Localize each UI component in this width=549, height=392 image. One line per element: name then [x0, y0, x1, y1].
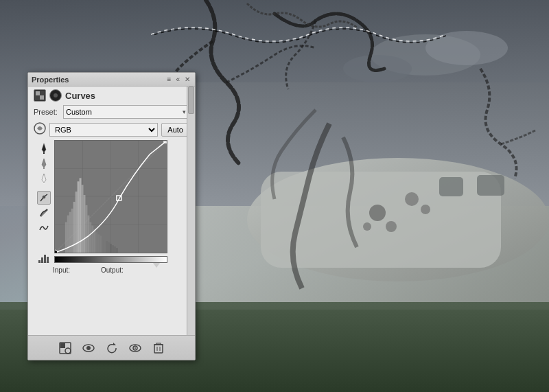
panel-controls: ≡ « ✕ — [166, 76, 191, 83]
svg-rect-53 — [100, 235, 102, 253]
panel-title: Properties — [32, 76, 69, 84]
svg-rect-20 — [43, 152, 45, 154]
channel-icon — [34, 122, 46, 137]
svg-rect-15 — [36, 91, 40, 95]
properties-panel: Properties ≡ « ✕ Curves — [27, 72, 196, 360]
auto-button[interactable]: Auto — [161, 123, 189, 137]
svg-point-70 — [86, 346, 91, 350]
svg-rect-46 — [85, 205, 87, 253]
add-mask-button[interactable] — [58, 341, 73, 356]
output-label: Output: — [101, 266, 142, 274]
scrollbar-thumb[interactable] — [188, 87, 194, 114]
eyedropper-gray-tool[interactable] — [37, 157, 51, 170]
svg-rect-51 — [95, 232, 97, 253]
gradient-slider[interactable] — [54, 256, 167, 263]
smooth-curve-tool[interactable] — [37, 221, 51, 235]
panel-collapse-button[interactable]: « — [174, 76, 181, 83]
curves-graph — [54, 140, 186, 265]
svg-rect-50 — [93, 229, 95, 253]
slider-triangle — [153, 263, 160, 268]
input-label: Input: — [53, 266, 94, 274]
svg-point-68 — [65, 348, 71, 354]
svg-rect-57 — [108, 242, 110, 253]
channel-dropdown[interactable]: RGB Red Green Blue — [49, 123, 158, 137]
svg-rect-67 — [60, 343, 65, 348]
reset-button[interactable] — [104, 341, 119, 356]
graph-container[interactable] — [54, 140, 167, 253]
svg-rect-59 — [112, 245, 114, 253]
svg-rect-16 — [40, 95, 44, 100]
channel-row: RGB Red Green Blue Auto — [34, 122, 189, 137]
delete-button[interactable] — [151, 341, 166, 356]
tools-and-graph — [34, 140, 189, 265]
svg-rect-44 — [82, 185, 84, 253]
view-button[interactable] — [128, 341, 143, 356]
histogram-tool[interactable] — [37, 251, 51, 265]
svg-rect-75 — [154, 345, 163, 353]
preset-dropdown[interactable]: Default Custom Linear Contrast Medium Co… — [63, 105, 189, 119]
edit-points-tool[interactable] — [37, 191, 51, 205]
panel-close-button[interactable]: ✕ — [183, 76, 191, 83]
graph-grid-svg — [55, 141, 167, 253]
bottom-toolbar — [28, 335, 195, 360]
svg-point-23 — [43, 196, 45, 198]
panel-menu-icon[interactable]: ≡ — [166, 76, 173, 83]
svg-marker-71 — [113, 343, 116, 345]
gradient-row — [54, 255, 186, 263]
svg-rect-60 — [114, 246, 116, 253]
tools-column — [37, 140, 52, 265]
svg-rect-22 — [43, 183, 45, 184]
panel-titlebar: Properties ≡ « ✕ — [28, 73, 195, 87]
layer-mask-icon — [49, 89, 62, 102]
svg-point-18 — [54, 93, 58, 97]
svg-rect-56 — [106, 241, 108, 253]
preset-row: Preset: Default Custom Linear Contrast M… — [34, 105, 189, 119]
input-output-row: Input: Output: — [34, 265, 189, 277]
curves-title: Curves — [65, 91, 95, 101]
tool-separator2 — [37, 236, 52, 250]
adjustment-layer-icon — [34, 89, 46, 102]
svg-rect-52 — [97, 234, 100, 253]
draw-curve-tool[interactable] — [37, 206, 51, 220]
eyedropper-white-tool[interactable] — [37, 172, 51, 185]
panel-scrollbar[interactable] — [187, 87, 195, 335]
svg-rect-49 — [91, 225, 93, 253]
svg-rect-21 — [43, 168, 45, 169]
svg-rect-55 — [104, 239, 106, 253]
curves-section: Curves Preset: Default Custom Linear Con… — [28, 87, 195, 280]
svg-rect-26 — [44, 255, 46, 263]
eyedropper-black-tool[interactable] — [37, 141, 51, 155]
svg-rect-58 — [110, 244, 112, 253]
preset-label: Preset: — [34, 108, 60, 116]
visibility-button[interactable] — [81, 341, 96, 356]
svg-rect-27 — [47, 257, 49, 263]
svg-rect-54 — [102, 238, 104, 253]
svg-rect-77 — [156, 343, 161, 345]
svg-rect-61 — [116, 248, 118, 253]
curves-title-row: Curves — [34, 89, 189, 102]
svg-rect-24 — [38, 260, 40, 263]
tool-separator — [37, 187, 52, 189]
svg-rect-47 — [87, 216, 89, 253]
svg-rect-48 — [89, 222, 91, 253]
svg-point-74 — [135, 347, 136, 349]
